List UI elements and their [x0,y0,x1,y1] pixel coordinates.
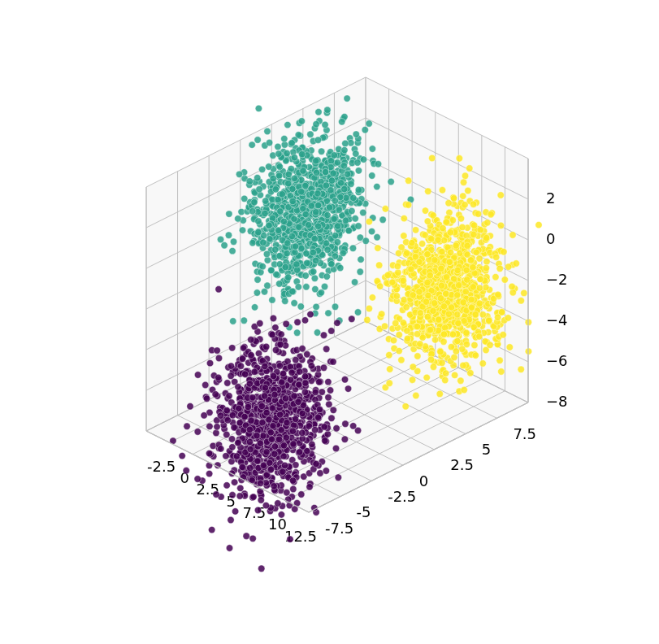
svg-point-819 [369,172,375,179]
svg-point-322 [313,303,319,310]
svg-point-2999 [284,420,290,426]
svg-point-62 [226,211,232,217]
svg-point-836 [298,150,305,157]
svg-point-1396 [364,316,371,323]
svg-point-3036 [325,378,332,385]
svg-point-814 [334,239,340,246]
svg-point-2418 [187,402,193,409]
svg-point-2027 [366,305,372,311]
svg-point-1820 [414,331,420,337]
svg-point-1795 [467,370,474,376]
svg-point-1295 [386,380,392,386]
svg-point-997 [266,222,272,228]
svg-point-1912 [435,237,441,243]
svg-point-379 [230,238,236,245]
svg-point-948 [276,252,283,259]
svg-point-1785 [463,329,470,336]
svg-point-2166 [254,507,261,513]
svg-point-608 [241,317,247,324]
svg-point-1671 [414,353,421,359]
svg-point-1480 [430,363,436,370]
scatter3d-chart: -2.502.557.51012.5-7.5-5-2.502.557.5−8−6… [0,0,659,644]
svg-point-827 [315,109,322,115]
svg-point-925 [349,207,355,214]
svg-point-1022 [296,224,302,230]
axis-tick: −2 [546,271,568,288]
svg-point-1965 [443,274,449,281]
svg-point-63 [307,131,314,137]
svg-point-979 [334,223,340,229]
svg-point-2898 [233,453,240,459]
svg-point-1900 [473,249,479,255]
svg-point-923 [255,218,262,224]
svg-point-2982 [217,412,223,419]
svg-point-2701 [206,359,213,366]
svg-point-2707 [330,359,336,365]
svg-point-1772 [401,296,407,302]
svg-point-2987 [271,483,277,490]
svg-point-2660 [341,376,348,383]
svg-point-963 [314,137,321,143]
svg-point-2931 [229,411,236,418]
svg-point-715 [268,267,275,273]
axis-tick: 0 [546,230,555,247]
svg-point-891 [275,172,282,179]
svg-point-1741 [462,202,468,208]
svg-point-958 [366,120,372,127]
axis-tick: −6 [546,352,568,369]
svg-point-2037 [463,267,470,273]
svg-point-1960 [409,239,415,246]
svg-point-1874 [495,291,501,298]
svg-point-866 [321,283,327,289]
svg-point-1005 [284,150,290,156]
svg-point-1991 [394,263,401,269]
svg-point-2763 [349,315,355,322]
svg-point-1727 [437,348,444,355]
svg-point-1731 [483,284,489,290]
svg-point-973 [275,227,281,233]
svg-point-2208 [293,462,299,468]
svg-point-1816 [438,282,444,289]
svg-point-3017 [267,429,274,436]
svg-point-895 [270,175,276,181]
svg-point-2029 [455,320,462,326]
svg-point-859 [255,229,262,236]
svg-point-1885 [500,331,506,337]
svg-point-2976 [277,341,284,347]
svg-point-2031 [442,376,449,383]
axis-tick: 7.5 [513,425,536,442]
svg-point-991 [259,263,266,269]
svg-point-3024 [241,371,248,377]
svg-point-2964 [224,417,231,424]
svg-point-271 [355,168,362,174]
svg-point-812 [337,180,344,186]
svg-point-2979 [288,369,295,376]
svg-point-987 [298,118,305,124]
svg-point-972 [291,154,297,160]
svg-point-2017 [485,317,492,324]
svg-point-957 [258,166,265,172]
svg-point-3004 [214,347,220,354]
svg-point-1970 [404,328,410,334]
svg-point-1243 [429,154,436,161]
svg-point-2738 [311,426,318,433]
svg-point-941 [266,163,272,170]
svg-point-1957 [476,333,483,340]
svg-point-1202 [509,289,516,296]
svg-point-937 [298,245,305,251]
svg-point-2995 [296,449,302,455]
svg-point-3010 [228,372,234,379]
svg-point-1036 [328,261,335,268]
svg-point-429 [349,245,356,251]
svg-point-2552 [341,436,348,442]
svg-point-1944 [440,331,447,337]
svg-point-1935 [431,337,438,343]
svg-point-2718 [229,492,236,498]
svg-point-1910 [446,259,453,265]
svg-point-2498 [228,436,235,442]
svg-point-2821 [236,420,243,426]
svg-point-2551 [272,324,279,331]
svg-point-917 [369,146,375,152]
svg-point-988 [251,199,258,206]
svg-point-55 [269,297,275,303]
